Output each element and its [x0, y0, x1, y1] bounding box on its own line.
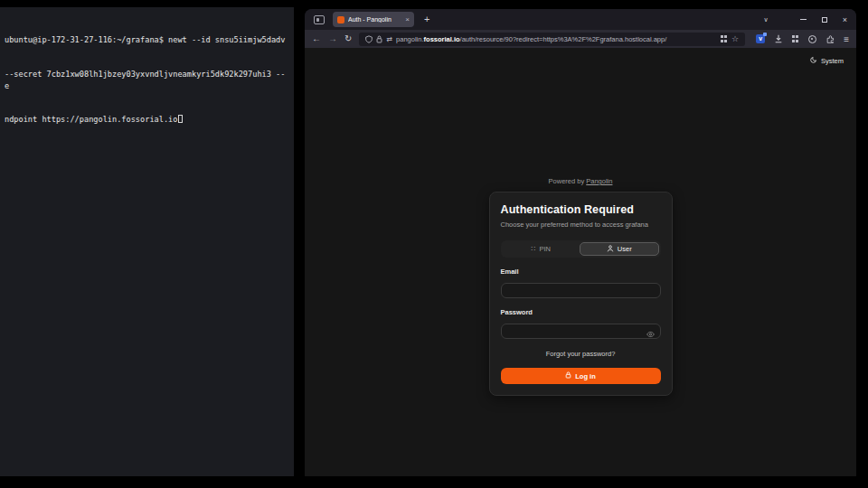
reload-icon[interactable]: ↻ [344, 34, 352, 43]
theme-toggle[interactable]: System [810, 56, 844, 65]
url-text: pangolin.fossorial.io/auth/resource/90?r… [396, 35, 717, 43]
minimize-button[interactable] [800, 19, 807, 20]
page-content: System Powered by Pangolin Authenticatio… [305, 48, 856, 476]
terminal-line: ubuntu@ip-172-31-27-116:~/grafana$ newt … [5, 34, 289, 46]
pangolin-link[interactable]: Pangolin [586, 177, 612, 185]
login-button[interactable]: Log in [501, 368, 661, 384]
tab-user-label: User [618, 245, 632, 253]
swap-arrows-icon[interactable]: ⇄ [386, 35, 392, 43]
extension-badge [763, 33, 767, 36]
browser-window: Auth - Pangolin × + ∨ × ← → ↻ [305, 9, 856, 476]
tab-close-icon[interactable]: × [405, 16, 410, 23]
bookmark-star-icon[interactable]: ☆ [731, 34, 739, 43]
firefox-view-icon[interactable] [314, 15, 325, 24]
password-label: Password [501, 308, 661, 316]
toolbar-extensions: v ≡ [752, 31, 849, 47]
pin-keypad-icon: ∷ [531, 246, 535, 253]
terminal-line: --secret 7cbz1xw08lh1jbzey03yxvndljvneam… [5, 69, 289, 91]
list-tabs-chevron-icon[interactable]: ∨ [764, 16, 769, 23]
new-tab-button[interactable]: + [424, 14, 429, 24]
theme-label: System [821, 57, 844, 65]
navigation-toolbar: ← → ↻ ⇄ pangolin.fossorial.io/auth/resou… [305, 30, 856, 48]
extensions-puzzle-icon[interactable] [826, 31, 835, 47]
card-title: Authentication Required [501, 203, 661, 216]
menu-icon[interactable]: ≡ [844, 34, 849, 44]
forward-icon[interactable]: → [328, 34, 337, 43]
login-label: Log in [575, 372, 596, 380]
apps-grid-icon[interactable] [792, 35, 799, 42]
password-visibility-toggle[interactable] [646, 325, 655, 342]
auth-method-tabs: ∷ PIN User [501, 240, 661, 258]
lock-icon[interactable] [376, 31, 382, 47]
blue-extension-icon[interactable]: v [756, 34, 765, 43]
pangolin-favicon [337, 16, 344, 23]
password-input[interactable] [501, 324, 661, 339]
user-icon [607, 245, 614, 254]
tab-user[interactable]: User [580, 242, 659, 256]
login-lock-icon [565, 371, 571, 380]
email-label: Email [501, 267, 661, 276]
close-window-button[interactable]: × [843, 15, 847, 24]
tab-pin-label: PIN [540, 245, 552, 253]
tab-pin[interactable]: ∷ PIN [503, 242, 580, 256]
address-bar[interactable]: ⇄ pangolin.fossorial.io/auth/resource/90… [359, 33, 745, 46]
terminal-cursor [178, 115, 183, 123]
recorder-circle-icon[interactable] [808, 35, 816, 43]
window-controls: ∨ × [764, 15, 847, 24]
maximize-button[interactable] [822, 17, 827, 23]
card-subtitle: Choose your preferred method to access g… [501, 221, 661, 229]
powered-by: Powered by Pangolin [489, 177, 673, 185]
downloads-icon[interactable] [774, 31, 783, 47]
forgot-password-link[interactable]: Forgot your password? [501, 350, 661, 358]
tab-title: Auth - Pangolin [348, 16, 401, 23]
auth-section: Powered by Pangolin Authentication Requi… [489, 177, 673, 396]
theme-moon-icon [810, 56, 817, 65]
terminal-window[interactable]: ubuntu@ip-172-31-27-116:~/grafana$ newt … [0, 7, 294, 476]
tracking-shield-icon[interactable] [365, 31, 373, 47]
tab-bar: Auth - Pangolin × + ∨ × [305, 9, 856, 30]
terminal-line: ndpoint https://pangolin.fossorial.io [5, 114, 289, 126]
desktop: ubuntu@ip-172-31-27-116:~/grafana$ newt … [0, 0, 868, 488]
back-icon[interactable]: ← [312, 34, 321, 43]
containers-icon[interactable] [721, 35, 728, 42]
email-input[interactable] [501, 283, 661, 298]
browser-tab[interactable]: Auth - Pangolin × [333, 12, 414, 27]
auth-card: Authentication Required Choose your pref… [489, 192, 673, 396]
